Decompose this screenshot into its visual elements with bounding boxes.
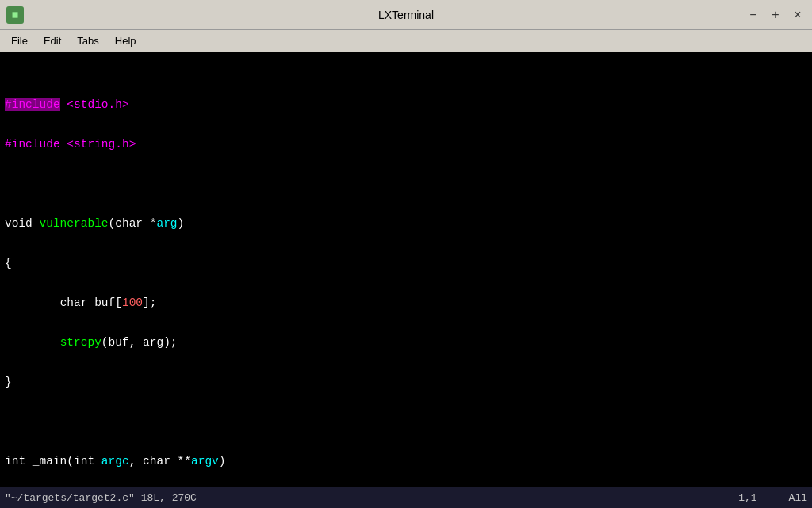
- titlebar-left: ▣: [6, 6, 24, 24]
- statusbar-view: All: [789, 492, 807, 504]
- statusbar-position: 1,1: [738, 492, 756, 504]
- line-7: strcpy(buf, arg);: [5, 336, 178, 349]
- line-10: int _main(int argc, char **argv): [5, 455, 226, 468]
- line-2: #include <string.h>: [5, 138, 136, 151]
- statusbar: "~/targets/target2.c" 18L, 270C 1,1 All: [0, 487, 812, 508]
- terminal[interactable]: #include <stdio.h> #include <string.h> v…: [0, 52, 812, 508]
- menu-edit[interactable]: Edit: [36, 33, 69, 48]
- close-button[interactable]: ×: [790, 7, 806, 23]
- maximize-button[interactable]: +: [768, 7, 783, 23]
- line-4: void vulnerable(char *arg): [5, 217, 184, 230]
- line-1: #include <stdio.h>: [5, 98, 129, 111]
- line-5: {: [5, 257, 12, 269]
- titlebar-title: LXTerminal: [378, 9, 434, 21]
- titlebar: ▣ LXTerminal − + ×: [0, 0, 812, 30]
- app-icon: ▣: [6, 6, 24, 24]
- titlebar-controls: − + ×: [745, 7, 806, 23]
- statusbar-right: 1,1 All: [738, 492, 807, 504]
- statusbar-file: "~/targets/target2.c" 18L, 270C: [5, 492, 197, 504]
- menubar: File Edit Tabs Help: [0, 30, 812, 52]
- line-6: char buf[100];: [5, 296, 156, 309]
- menu-file[interactable]: File: [3, 33, 36, 48]
- minimize-button[interactable]: −: [745, 7, 761, 23]
- menu-help[interactable]: Help: [107, 33, 144, 48]
- line-8: }: [5, 376, 12, 388]
- code-area: #include <stdio.h> #include <string.h> v…: [5, 55, 807, 508]
- menu-tabs[interactable]: Tabs: [69, 33, 106, 48]
